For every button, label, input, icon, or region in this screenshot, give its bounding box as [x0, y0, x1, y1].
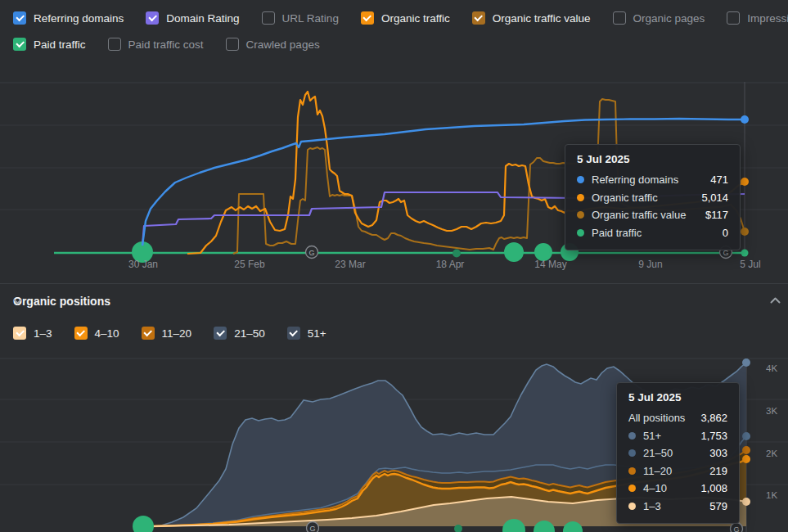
checkbox-organic-pages[interactable]: Organic pages	[613, 11, 705, 25]
checkbox-box[interactable]	[214, 327, 227, 340]
metric-filter-row-2: Paid traffic Paid traffic cost Crawled p…	[13, 36, 320, 52]
checkbox-box[interactable]	[146, 11, 159, 25]
tooltip-row: Organic traffic5,014	[577, 189, 728, 207]
checkbox-label: Impressions	[747, 12, 788, 25]
checkbox-box[interactable]	[226, 38, 239, 51]
checkbox-label: 21–50	[234, 327, 265, 340]
series-dot	[628, 432, 636, 440]
checkbox-paid-traffic-cost[interactable]: Paid traffic cost	[108, 38, 204, 51]
series-dot	[628, 449, 636, 457]
svg-text:G: G	[308, 249, 314, 257]
tooltip-row: Paid traffic0	[577, 224, 728, 242]
checkbox-domain-rating[interactable]: Domain Rating	[146, 11, 239, 25]
x-axis-tick: 9 Jun	[638, 259, 662, 270]
checkbox-box[interactable]	[13, 11, 26, 25]
y-axis-tick: 2K	[766, 449, 777, 458]
checkbox-label: URL Rating	[282, 12, 339, 25]
tooltip-value: 219	[709, 465, 727, 477]
series-dot	[628, 503, 636, 510]
series-dot	[577, 229, 584, 237]
checkbox-referring-domains[interactable]: Referring domains	[13, 11, 124, 25]
checkbox-label: 4–10	[95, 327, 119, 340]
x-axis-tick: 25 Feb	[234, 259, 264, 270]
tooltip-row: Organic traffic value$117	[577, 206, 728, 224]
tooltip-label: 51+	[643, 430, 661, 442]
checkbox-box[interactable]	[262, 11, 275, 25]
series-dot	[577, 176, 584, 183]
google-update-badge[interactable]: G	[306, 246, 318, 259]
checkbox-label: 11–20	[162, 327, 192, 340]
tooltip-value: 471	[710, 174, 728, 186]
tooltip-date: 5 Jul 2025	[577, 153, 728, 165]
checkbox-box[interactable]	[13, 327, 26, 340]
series-dot	[577, 211, 584, 219]
checkbox-pos-4-10[interactable]: 4–10	[74, 327, 119, 340]
tooltip-row: 11–20219	[628, 462, 727, 480]
tooltip-row: 1–3579	[628, 498, 727, 516]
checkbox-box[interactable]	[287, 327, 300, 340]
checkbox-box[interactable]	[108, 38, 121, 51]
tooltip-label: Paid traffic	[592, 227, 642, 239]
checkbox-label: Domain Rating	[166, 12, 239, 25]
organic-positions-header[interactable]: Organic positions	[13, 295, 110, 308]
y-axis-tick: 3K	[766, 406, 777, 416]
overview-tooltip: 5 Jul 2025 Referring domains471 Organic …	[565, 144, 741, 250]
checkbox-label: Paid traffic cost	[128, 38, 204, 51]
tooltip-label: Organic traffic value	[592, 209, 686, 221]
checkbox-label: Organic pages	[633, 12, 705, 25]
checkbox-pos-51plus[interactable]: 51+	[287, 327, 326, 340]
tooltip-label: Organic traffic	[592, 192, 658, 204]
tooltip-date: 5 Jul 2025	[628, 391, 727, 404]
series-dot	[628, 485, 636, 492]
checkbox-label: Crawled pages	[246, 38, 320, 51]
checkbox-box[interactable]	[13, 38, 26, 51]
checkbox-impressions[interactable]: Impressions	[727, 11, 788, 25]
checkbox-organic-traffic[interactable]: Organic traffic	[361, 11, 450, 25]
checkbox-paid-traffic[interactable]: Paid traffic	[13, 38, 86, 51]
x-axis-tick: 30 Jan	[128, 259, 158, 270]
checkbox-box[interactable]	[727, 11, 740, 25]
checkbox-pos-11-20[interactable]: 11–20	[142, 327, 192, 340]
svg-text:G: G	[309, 525, 315, 532]
x-axis-tick: 5 Jul	[740, 259, 760, 270]
x-axis-tick: 23 Mar	[335, 259, 365, 270]
tooltip-label: Referring domains	[592, 174, 678, 186]
checkbox-box[interactable]	[361, 11, 374, 25]
x-axis-tick: 18 Apr	[436, 259, 465, 270]
tooltip-row: 4–101,008	[628, 480, 727, 498]
checkbox-pos-1-3[interactable]: 1–3	[13, 327, 52, 340]
tooltip-row: Referring domains471	[577, 171, 728, 189]
checkbox-pos-21-50[interactable]: 21–50	[214, 327, 265, 340]
svg-text:G: G	[733, 525, 739, 532]
checkbox-box[interactable]	[613, 11, 626, 25]
checkbox-organic-traffic-value[interactable]: Organic traffic value	[472, 11, 591, 25]
checkbox-crawled-pages[interactable]: Crawled pages	[226, 38, 320, 51]
google-update-badge[interactable]: G	[731, 523, 743, 532]
tooltip-value: $117	[705, 209, 728, 221]
tooltip-row-all-positions: All positions3,862	[628, 409, 727, 427]
tooltip-value: 0	[723, 227, 728, 239]
checkbox-label: Paid traffic	[34, 38, 86, 51]
google-update-badge[interactable]: G	[307, 522, 319, 532]
ahrefs-overview-dashboard: { "filters_primary": [ { "label": "Refer…	[0, 0, 788, 532]
tooltip-label: 21–50	[643, 447, 673, 459]
tooltip-value: 303	[709, 447, 727, 459]
checkbox-label: Referring domains	[34, 12, 124, 25]
series-dot	[577, 194, 584, 201]
checkbox-label: 1–3	[34, 327, 52, 340]
tooltip-label: 4–10	[643, 482, 667, 494]
section-divider	[0, 283, 788, 284]
checkbox-url-rating[interactable]: URL Rating	[262, 11, 339, 25]
positions-filter-row: 1–3 4–10 11–20 21–50 51+	[13, 325, 326, 341]
x-axis-tick: 14 May	[534, 259, 566, 270]
chevron-down-icon[interactable]	[13, 299, 22, 304]
collapse-section-icon[interactable]	[770, 297, 781, 304]
checkbox-box[interactable]	[472, 11, 485, 25]
checkbox-box[interactable]	[74, 327, 88, 340]
series-dot	[628, 467, 636, 475]
tooltip-label: All positions	[628, 412, 685, 424]
checkbox-box[interactable]	[142, 327, 155, 340]
checkbox-label: Organic traffic	[381, 12, 450, 25]
positions-tooltip: 5 Jul 2025 All positions3,862 51+1,753 2…	[616, 382, 740, 524]
tooltip-row: 21–50303	[628, 444, 727, 462]
